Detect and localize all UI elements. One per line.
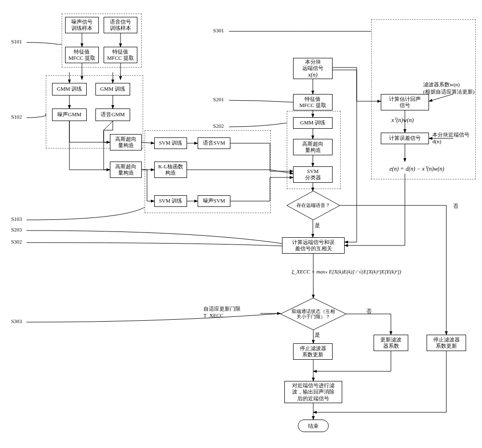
s202-label: S202 xyxy=(213,123,224,129)
gsv-box: 高斯超向 量构造 xyxy=(293,139,333,155)
err-sig-box: 计算误差信号 xyxy=(381,133,429,144)
s201-label: S201 xyxy=(213,96,224,102)
double-talk-decision: 双端通话状态（互相 关小于门限）？ xyxy=(281,298,346,330)
kl-kernel: K-L核函数 构造 xyxy=(154,162,187,178)
gsv1-box: 高斯超向 量构造 xyxy=(110,134,142,150)
est-echo-formula: xᵀ(n)w(n) xyxy=(391,117,414,124)
noise-svm: 噪声SVM xyxy=(198,195,230,207)
stop-update2-box: 停止滤波器 系数更新 xyxy=(427,335,466,351)
far-block-label: 本分块 远端信号 xyxy=(302,59,323,71)
noise-train-box: 噪声信号 训练样本 xyxy=(65,17,99,33)
xecc-formula: ξ_XECC = maxₖ E[X(k)E(k)] / √(E[X(k)²]E[… xyxy=(292,269,401,275)
est-echo-box: 计算估计回声 信号 xyxy=(381,94,429,110)
err-formula: e(n) = d(n) − xᵀ(n)w(n) xyxy=(389,165,444,173)
filter-coef-label: 滤波器系数w(n) (根据自适应算法更新) xyxy=(423,81,474,95)
double-talk-q: 双端通话状态（互相 关小于门限）？ xyxy=(288,309,339,320)
gsv2-box: 高斯超向 量构造 xyxy=(110,162,142,178)
update-coef-box: 更新滤波 器系数 xyxy=(374,335,408,351)
speech-gmm: 语音GMM xyxy=(95,109,130,121)
gmm-train-box: GMM 训练 xyxy=(293,117,333,129)
speech-train-box: 语音信号 训练样本 xyxy=(104,17,137,33)
noise-gmm-train: GMM 训练 xyxy=(52,83,87,95)
s301-label: S301 xyxy=(213,27,224,33)
dt-no: 否 xyxy=(366,308,372,315)
far-speech-decision: 存在远端语音？ xyxy=(287,191,340,220)
far-sig-formula: x(n) xyxy=(308,71,317,78)
cross-corr-box: 计算远端信号和误 差信号的互相关 xyxy=(282,237,345,254)
svm-train-1: SVM 训练 xyxy=(154,137,187,149)
far-speech-q: 存在远端语音？ xyxy=(293,203,334,208)
svm-classifier-box: SVM 分类器 xyxy=(293,166,333,183)
speech-svm: 语音SVM xyxy=(198,137,230,149)
far-yes: 是 xyxy=(315,222,320,229)
s302-label: S302 xyxy=(11,239,22,244)
s103-label: S103 xyxy=(11,216,22,222)
speech-mfcc-box: 特征值 MFCC 提取 xyxy=(104,47,137,63)
adaptive-thresh: 自适应更新门限 T_XECC xyxy=(203,305,241,318)
s203-label: S203 xyxy=(11,227,22,232)
s303-label: S303 xyxy=(11,318,22,324)
noise-mfcc-box: 特征值 MFCC 提取 xyxy=(65,47,99,63)
dt-yes: 是 xyxy=(315,331,320,339)
s101-label: S101 xyxy=(11,39,22,44)
far-no: 否 xyxy=(453,203,458,210)
noise-gmm: 噪声GMM xyxy=(52,109,87,121)
filter-out-box: 对近端信号进行滤 波，输出回声消除 后的近端信号 xyxy=(284,381,342,403)
stop-update-box: 停止滤波器 系数更新 xyxy=(293,343,333,360)
end-terminator: 结束 xyxy=(298,420,329,432)
mfcc-box: 特征值 MFCC 提取 xyxy=(293,94,333,110)
svm-train-2: SVM 训练 xyxy=(154,195,187,207)
s102-label: S102 xyxy=(11,114,22,120)
speech-gmm-train: GMM 训练 xyxy=(95,83,130,95)
near-block-label: 本分块近端信号 d(n) xyxy=(432,131,469,144)
far-block-box: 本分块 远端信号 x(n) xyxy=(293,58,333,79)
